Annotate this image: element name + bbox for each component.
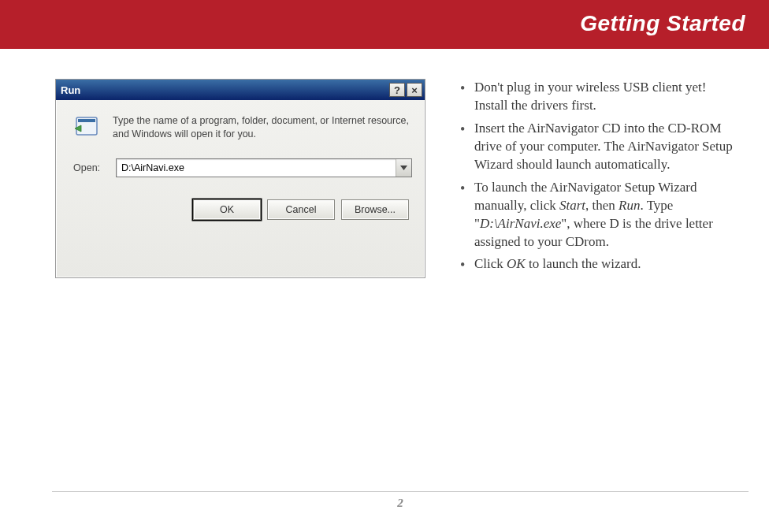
header-band: Getting Started xyxy=(0,0,769,49)
footer-rule xyxy=(52,491,749,492)
chevron-down-icon xyxy=(400,166,407,170)
run-dialog: Run ? × Type the name of a program, fold… xyxy=(55,79,425,278)
dialog-description: Type the name of a program, folder, docu… xyxy=(113,114,412,141)
svg-rect-1 xyxy=(78,119,95,122)
dropdown-arrow-button[interactable] xyxy=(396,159,411,177)
dialog-title: Run xyxy=(61,84,388,96)
browse-button[interactable]: Browse... xyxy=(341,199,409,220)
description-row: Type the name of a program, folder, docu… xyxy=(69,114,412,141)
button-row: OK Cancel Browse... xyxy=(69,199,412,233)
open-combobox[interactable] xyxy=(116,158,412,177)
list-item: To launch the AirNavigator Setup Wizard … xyxy=(457,179,737,251)
list-item: Click OK to launch the wizard. xyxy=(457,255,737,273)
run-program-icon xyxy=(73,114,102,140)
list-item: Don't plug in your wireless USB client y… xyxy=(457,79,737,115)
open-label: Open: xyxy=(73,162,105,173)
page-number: 2 xyxy=(52,497,749,510)
list-item: Insert the AirNavigator CD into the CD-R… xyxy=(457,120,737,174)
content-area: Run ? × Type the name of a program, fold… xyxy=(0,49,769,278)
dialog-body: Type the name of a program, folder, docu… xyxy=(56,100,425,239)
ok-button[interactable]: OK xyxy=(193,199,261,220)
close-button[interactable]: × xyxy=(407,83,422,97)
help-icon: ? xyxy=(394,85,400,95)
close-icon: × xyxy=(411,85,418,95)
help-button[interactable]: ? xyxy=(389,83,405,97)
instructions: Don't plug in your wireless USB client y… xyxy=(457,79,745,278)
titlebar: Run ? × xyxy=(56,80,425,100)
footer: 2 xyxy=(52,491,749,510)
cancel-button[interactable]: Cancel xyxy=(267,199,335,220)
page-title: Getting Started xyxy=(580,11,745,36)
open-row: Open: xyxy=(69,158,412,177)
open-input[interactable] xyxy=(117,159,396,177)
